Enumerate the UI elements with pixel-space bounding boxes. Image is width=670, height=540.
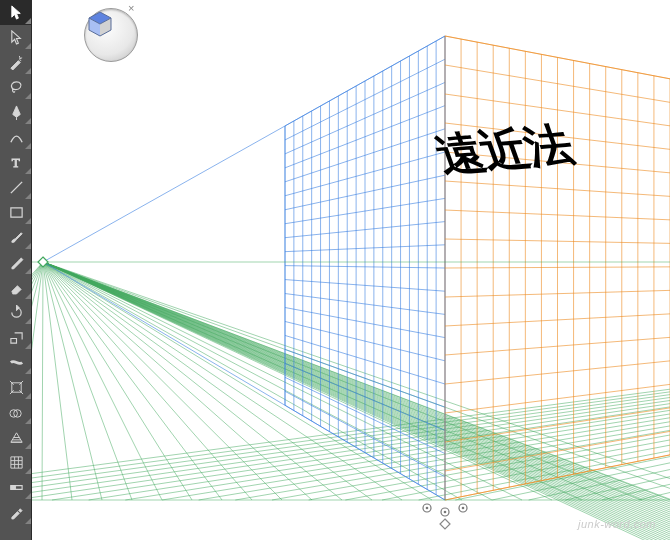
svg-line-38 xyxy=(43,262,102,500)
line-segment-tool[interactable] xyxy=(0,175,32,200)
svg-rect-1 xyxy=(10,486,15,490)
scale-tool[interactable] xyxy=(0,325,32,350)
svg-line-9 xyxy=(43,262,670,514)
width-tool[interactable] xyxy=(0,350,32,375)
svg-line-41 xyxy=(43,262,192,500)
gradient-tool[interactable] xyxy=(0,475,32,500)
tools-panel: T xyxy=(0,0,32,540)
svg-line-4 xyxy=(43,262,670,504)
svg-line-3 xyxy=(43,262,670,502)
svg-line-36 xyxy=(42,262,43,500)
paintbrush-tool[interactable] xyxy=(0,225,32,250)
svg-line-72 xyxy=(492,262,670,500)
lasso-tool[interactable] xyxy=(0,75,32,100)
cube-icon xyxy=(85,9,115,39)
watermark-text: junk-word.com xyxy=(578,518,656,530)
svg-line-12 xyxy=(43,262,670,520)
rotate-tool[interactable] xyxy=(0,300,32,325)
curvature-tool[interactable] xyxy=(0,125,32,150)
svg-text:T: T xyxy=(11,155,19,170)
svg-line-82 xyxy=(125,262,670,500)
artboard[interactable]: 遠近法 × junk-word.com xyxy=(32,0,670,540)
pencil-tool[interactable] xyxy=(0,250,32,275)
svg-line-52 xyxy=(43,262,522,500)
svg-line-45 xyxy=(43,262,312,500)
svg-line-43 xyxy=(43,262,252,500)
pen-tool[interactable] xyxy=(0,100,32,125)
svg-line-44 xyxy=(43,262,282,500)
selection-tool[interactable] xyxy=(0,0,32,25)
free-transform-tool[interactable] xyxy=(0,375,32,400)
shape-builder-tool[interactable] xyxy=(0,400,32,425)
plane-switch-widget[interactable] xyxy=(84,8,138,62)
svg-line-75 xyxy=(382,262,670,500)
svg-line-68 xyxy=(639,262,670,500)
svg-line-50 xyxy=(43,262,462,500)
svg-line-54 xyxy=(43,262,582,500)
svg-line-69 xyxy=(602,262,670,500)
eyedropper-tool[interactable] xyxy=(0,500,32,525)
svg-line-81 xyxy=(162,262,670,500)
close-icon[interactable]: × xyxy=(128,2,140,14)
magic-wand-tool[interactable] xyxy=(0,50,32,75)
eraser-tool[interactable] xyxy=(0,275,32,300)
perspective-grid[interactable] xyxy=(32,0,670,540)
svg-line-10 xyxy=(43,262,670,516)
svg-line-70 xyxy=(565,262,670,500)
mesh-tool[interactable] xyxy=(0,450,32,475)
type-tool[interactable]: T xyxy=(0,150,32,175)
svg-line-13 xyxy=(43,262,670,522)
svg-line-6 xyxy=(43,262,670,508)
svg-line-83 xyxy=(89,262,670,500)
svg-line-51 xyxy=(43,262,492,500)
svg-line-34 xyxy=(32,262,43,500)
direct-selection-tool[interactable] xyxy=(0,25,32,50)
perspective-grid-tool[interactable] xyxy=(0,425,32,450)
svg-line-37 xyxy=(43,262,72,500)
rectangle-tool[interactable] xyxy=(0,200,32,225)
svg-line-16 xyxy=(43,262,670,528)
svg-line-47 xyxy=(43,262,372,500)
